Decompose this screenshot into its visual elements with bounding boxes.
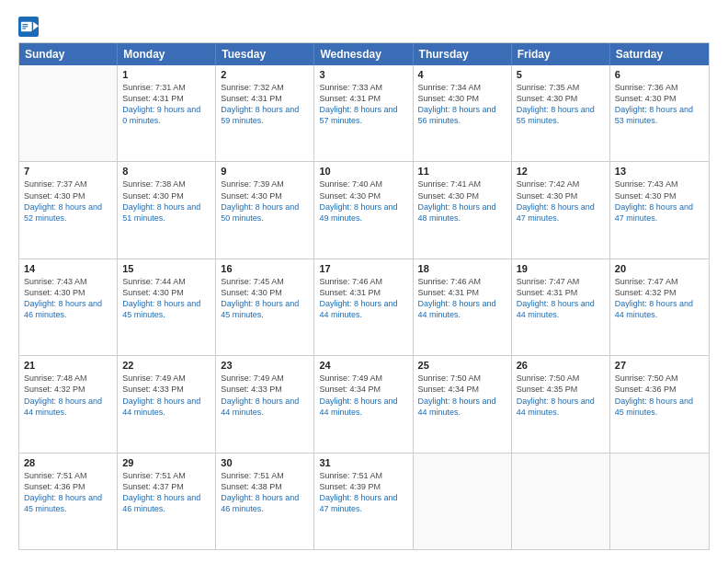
day-number: 12 bbox=[517, 166, 605, 177]
day-number: 26 bbox=[517, 360, 605, 371]
cell-info: Sunrise: 7:39 AMSunset: 4:30 PMDaylight:… bbox=[221, 178, 309, 224]
calendar-cell: 12Sunrise: 7:42 AMSunset: 4:30 PMDayligh… bbox=[512, 162, 610, 258]
calendar-cell: 6Sunrise: 7:36 AMSunset: 4:30 PMDaylight… bbox=[610, 65, 709, 161]
calendar-weekday: Wednesday bbox=[314, 43, 413, 65]
cell-info: Sunrise: 7:50 AMSunset: 4:35 PMDaylight:… bbox=[517, 373, 605, 418]
day-number: 24 bbox=[319, 360, 407, 371]
day-number: 14 bbox=[24, 263, 112, 274]
svg-rect-3 bbox=[22, 24, 28, 25]
day-number: 21 bbox=[24, 360, 112, 371]
calendar-weekday: Saturday bbox=[610, 43, 709, 65]
calendar-header: SundayMondayTuesdayWednesdayThursdayFrid… bbox=[19, 43, 709, 65]
calendar: SundayMondayTuesdayWednesdayThursdayFrid… bbox=[18, 42, 710, 550]
calendar-cell: 5Sunrise: 7:35 AMSunset: 4:30 PMDaylight… bbox=[512, 65, 610, 161]
calendar-cell: 18Sunrise: 7:46 AMSunset: 4:31 PMDayligh… bbox=[414, 259, 512, 355]
calendar-cell: 7Sunrise: 7:37 AMSunset: 4:30 PMDaylight… bbox=[19, 162, 118, 258]
calendar-cell: 9Sunrise: 7:39 AMSunset: 4:30 PMDaylight… bbox=[216, 162, 314, 258]
day-number: 13 bbox=[615, 166, 704, 177]
day-number: 6 bbox=[615, 69, 704, 80]
cell-info: Sunrise: 7:49 AMSunset: 4:34 PMDaylight:… bbox=[319, 373, 407, 418]
day-number: 11 bbox=[418, 166, 506, 177]
day-number: 3 bbox=[319, 69, 407, 80]
calendar-cell: 14Sunrise: 7:43 AMSunset: 4:30 PMDayligh… bbox=[19, 259, 118, 355]
calendar-cell: 22Sunrise: 7:49 AMSunset: 4:33 PMDayligh… bbox=[118, 356, 216, 452]
calendar-cell: 26Sunrise: 7:50 AMSunset: 4:35 PMDayligh… bbox=[512, 356, 610, 452]
cell-info: Sunrise: 7:51 AMSunset: 4:37 PMDaylight:… bbox=[122, 470, 210, 515]
calendar-cell: 3Sunrise: 7:33 AMSunset: 4:31 PMDaylight… bbox=[314, 65, 413, 161]
day-number: 22 bbox=[122, 360, 210, 371]
page: SundayMondayTuesdayWednesdayThursdayFrid… bbox=[0, 0, 728, 563]
cell-info: Sunrise: 7:38 AMSunset: 4:30 PMDaylight:… bbox=[122, 178, 210, 224]
cell-info: Sunrise: 7:40 AMSunset: 4:30 PMDaylight:… bbox=[319, 178, 407, 224]
cell-info: Sunrise: 7:37 AMSunset: 4:30 PMDaylight:… bbox=[24, 178, 112, 224]
cell-info: Sunrise: 7:47 AMSunset: 4:32 PMDaylight:… bbox=[615, 276, 704, 321]
calendar-cell: 10Sunrise: 7:40 AMSunset: 4:30 PMDayligh… bbox=[314, 162, 413, 258]
day-number: 5 bbox=[517, 69, 605, 80]
calendar-cell: 28Sunrise: 7:51 AMSunset: 4:36 PMDayligh… bbox=[19, 454, 118, 549]
cell-info: Sunrise: 7:49 AMSunset: 4:33 PMDaylight:… bbox=[221, 373, 309, 418]
day-number: 2 bbox=[221, 69, 309, 80]
cell-info: Sunrise: 7:50 AMSunset: 4:36 PMDaylight:… bbox=[615, 373, 704, 418]
day-number: 8 bbox=[122, 166, 210, 177]
calendar-cell: 11Sunrise: 7:41 AMSunset: 4:30 PMDayligh… bbox=[414, 162, 512, 258]
calendar-cell: 2Sunrise: 7:32 AMSunset: 4:31 PMDaylight… bbox=[216, 65, 314, 161]
header bbox=[18, 17, 710, 37]
cell-info: Sunrise: 7:50 AMSunset: 4:34 PMDaylight:… bbox=[418, 373, 506, 418]
calendar-cell: 19Sunrise: 7:47 AMSunset: 4:31 PMDayligh… bbox=[512, 259, 610, 355]
calendar-cell: 21Sunrise: 7:48 AMSunset: 4:32 PMDayligh… bbox=[19, 356, 118, 452]
calendar-body: 1Sunrise: 7:31 AMSunset: 4:31 PMDaylight… bbox=[19, 65, 709, 549]
calendar-cell: 25Sunrise: 7:50 AMSunset: 4:34 PMDayligh… bbox=[414, 356, 512, 452]
calendar-weekday: Thursday bbox=[414, 43, 512, 65]
calendar-row: 14Sunrise: 7:43 AMSunset: 4:30 PMDayligh… bbox=[19, 259, 709, 355]
svg-rect-4 bbox=[22, 26, 28, 27]
day-number: 28 bbox=[24, 457, 112, 468]
day-number: 20 bbox=[615, 263, 704, 274]
cell-info: Sunrise: 7:46 AMSunset: 4:31 PMDaylight:… bbox=[319, 276, 407, 321]
day-number: 25 bbox=[418, 360, 506, 371]
cell-info: Sunrise: 7:42 AMSunset: 4:30 PMDaylight:… bbox=[517, 178, 605, 224]
cell-info: Sunrise: 7:34 AMSunset: 4:30 PMDaylight:… bbox=[418, 82, 506, 127]
day-number: 18 bbox=[418, 263, 506, 274]
day-number: 15 bbox=[122, 263, 210, 274]
calendar-weekday: Sunday bbox=[19, 43, 118, 65]
cell-info: Sunrise: 7:43 AMSunset: 4:30 PMDaylight:… bbox=[24, 276, 112, 321]
calendar-cell: 20Sunrise: 7:47 AMSunset: 4:32 PMDayligh… bbox=[610, 259, 709, 355]
calendar-cell: 24Sunrise: 7:49 AMSunset: 4:34 PMDayligh… bbox=[314, 356, 413, 452]
calendar-row: 21Sunrise: 7:48 AMSunset: 4:32 PMDayligh… bbox=[19, 355, 709, 452]
calendar-row: 7Sunrise: 7:37 AMSunset: 4:30 PMDaylight… bbox=[19, 161, 709, 258]
calendar-row: 28Sunrise: 7:51 AMSunset: 4:36 PMDayligh… bbox=[19, 453, 709, 549]
day-number: 17 bbox=[319, 263, 407, 274]
cell-info: Sunrise: 7:33 AMSunset: 4:31 PMDaylight:… bbox=[319, 82, 407, 127]
day-number: 1 bbox=[122, 69, 210, 80]
cell-info: Sunrise: 7:31 AMSunset: 4:31 PMDaylight:… bbox=[122, 82, 210, 127]
svg-rect-5 bbox=[22, 28, 26, 29]
calendar-cell: 8Sunrise: 7:38 AMSunset: 4:30 PMDaylight… bbox=[118, 162, 216, 258]
cell-info: Sunrise: 7:51 AMSunset: 4:39 PMDaylight:… bbox=[319, 470, 407, 515]
cell-info: Sunrise: 7:51 AMSunset: 4:38 PMDaylight:… bbox=[221, 470, 309, 515]
cell-info: Sunrise: 7:49 AMSunset: 4:33 PMDaylight:… bbox=[122, 373, 210, 418]
day-number: 30 bbox=[221, 457, 309, 468]
cell-info: Sunrise: 7:47 AMSunset: 4:31 PMDaylight:… bbox=[517, 276, 605, 321]
calendar-cell: 17Sunrise: 7:46 AMSunset: 4:31 PMDayligh… bbox=[314, 259, 413, 355]
calendar-cell bbox=[512, 454, 610, 549]
calendar-cell: 4Sunrise: 7:34 AMSunset: 4:30 PMDaylight… bbox=[414, 65, 512, 161]
day-number: 23 bbox=[221, 360, 309, 371]
day-number: 19 bbox=[517, 263, 605, 274]
calendar-cell: 29Sunrise: 7:51 AMSunset: 4:37 PMDayligh… bbox=[118, 454, 216, 549]
cell-info: Sunrise: 7:32 AMSunset: 4:31 PMDaylight:… bbox=[221, 82, 309, 127]
calendar-cell bbox=[414, 454, 512, 549]
calendar-cell bbox=[19, 65, 118, 161]
calendar-weekday: Friday bbox=[512, 43, 610, 65]
cell-info: Sunrise: 7:41 AMSunset: 4:30 PMDaylight:… bbox=[418, 178, 506, 224]
logo bbox=[18, 17, 42, 37]
cell-info: Sunrise: 7:44 AMSunset: 4:30 PMDaylight:… bbox=[122, 276, 210, 321]
calendar-cell: 23Sunrise: 7:49 AMSunset: 4:33 PMDayligh… bbox=[216, 356, 314, 452]
day-number: 16 bbox=[221, 263, 309, 274]
day-number: 29 bbox=[122, 457, 210, 468]
cell-info: Sunrise: 7:51 AMSunset: 4:36 PMDaylight:… bbox=[24, 470, 112, 515]
calendar-cell: 27Sunrise: 7:50 AMSunset: 4:36 PMDayligh… bbox=[610, 356, 709, 452]
calendar-weekday: Tuesday bbox=[216, 43, 314, 65]
calendar-cell: 1Sunrise: 7:31 AMSunset: 4:31 PMDaylight… bbox=[118, 65, 216, 161]
day-number: 7 bbox=[24, 166, 112, 177]
cell-info: Sunrise: 7:36 AMSunset: 4:30 PMDaylight:… bbox=[615, 82, 704, 127]
